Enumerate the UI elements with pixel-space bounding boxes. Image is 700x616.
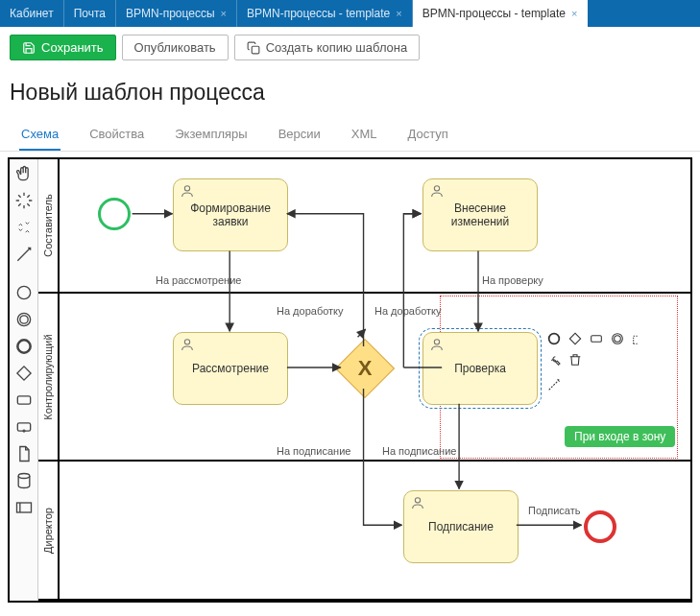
- task-check[interactable]: Проверка: [422, 332, 538, 405]
- palette-connect-tool[interactable]: [12, 242, 36, 267]
- toolbar: Сохранить Опубликовать Создать копию шаб…: [0, 27, 700, 68]
- user-task-icon: [180, 183, 195, 199]
- task-label: Проверка: [454, 362, 506, 375]
- lane-label: Контролирующий: [42, 334, 54, 419]
- svg-rect-5: [16, 367, 30, 380]
- pad-append-end-event[interactable]: [545, 330, 563, 347]
- pad-annotation[interactable]: [630, 330, 647, 347]
- zone-entry-badge[interactable]: При входе в зону: [565, 426, 675, 447]
- publish-label: Опубликовать: [134, 40, 216, 55]
- svg-point-4: [17, 340, 30, 352]
- svg-rect-6: [17, 396, 30, 404]
- tab-bpmn-template-1[interactable]: BPMN-процессы - template ×: [237, 0, 413, 27]
- context-pad: [545, 330, 656, 393]
- palette-hand-tool[interactable]: [12, 161, 36, 186]
- svg-point-1: [17, 286, 30, 298]
- svg-point-14: [549, 334, 560, 344]
- task-label: Внесение изменений: [431, 201, 529, 228]
- copy-icon: [247, 41, 260, 55]
- swimlane-pool: Составитель Контролирующий Директор Форм…: [38, 159, 690, 601]
- diagram-canvas[interactable]: Составитель Контролирующий Директор Форм…: [8, 157, 692, 603]
- pad-wrench-icon[interactable]: [545, 351, 563, 368]
- edge-label-to-sign-1: На подписание: [277, 445, 350, 457]
- tab-cabinet[interactable]: Кабинет: [0, 0, 64, 27]
- palette-gateway[interactable]: [12, 361, 36, 386]
- publish-button[interactable]: Опубликовать: [122, 35, 229, 60]
- tab-label: BPMN-процессы: [126, 7, 215, 20]
- edge-label-sign: Подписать: [528, 505, 580, 516]
- view-tab-access[interactable]: Доступ: [406, 121, 450, 151]
- pad-append-task[interactable]: [588, 330, 605, 347]
- pad-connect-icon[interactable]: [545, 376, 563, 393]
- palette-participant[interactable]: [12, 495, 36, 520]
- svg-point-3: [19, 316, 27, 323]
- view-tab-versions[interactable]: Версии: [277, 121, 323, 151]
- view-tab-schema[interactable]: Схема: [19, 121, 60, 151]
- start-event[interactable]: [98, 198, 131, 230]
- svg-rect-9: [16, 503, 31, 512]
- task-changes[interactable]: Внесение изменений: [422, 178, 538, 251]
- task-label: Формирование заявки: [181, 201, 279, 228]
- palette-data-object[interactable]: [12, 441, 36, 466]
- palette-end-event[interactable]: [12, 334, 36, 359]
- svg-rect-16: [591, 336, 602, 343]
- task-form-request[interactable]: Формирование заявки: [173, 178, 288, 251]
- svg-rect-0: [252, 46, 259, 54]
- view-tab-instances[interactable]: Экземпляры: [173, 121, 249, 151]
- view-tabs: Схема Свойства Экземпляры Версии XML Дос…: [0, 115, 700, 152]
- svg-point-11: [434, 186, 439, 191]
- save-button[interactable]: Сохранить: [10, 35, 116, 60]
- pad-delete-icon[interactable]: [567, 351, 584, 368]
- close-icon[interactable]: ×: [221, 8, 227, 19]
- save-icon: [22, 41, 36, 55]
- lane-header[interactable]: Составитель: [38, 159, 60, 292]
- view-tab-properties[interactable]: Свойства: [87, 121, 146, 151]
- user-task-icon: [410, 495, 425, 510]
- lane-header[interactable]: Контролирующий: [38, 294, 60, 460]
- pad-append-gateway[interactable]: [567, 330, 584, 347]
- edge-label-to-sign-2: На подписание: [382, 445, 456, 457]
- task-label: Рассмотрение: [192, 362, 269, 375]
- svg-point-18: [615, 336, 621, 343]
- lane-label: Директор: [42, 508, 54, 554]
- close-icon[interactable]: ×: [571, 8, 577, 19]
- palette-subprocess[interactable]: [12, 415, 36, 439]
- edge-label-to-rework-1: На доработку: [277, 305, 344, 317]
- tab-bpmn-template-2[interactable]: BPMN-процессы - template ×: [413, 0, 589, 27]
- svg-point-12: [184, 340, 189, 344]
- task-review[interactable]: Рассмотрение: [173, 332, 288, 405]
- tab-mail[interactable]: Почта: [64, 0, 116, 27]
- svg-point-8: [18, 474, 30, 479]
- svg-rect-15: [569, 333, 580, 344]
- svg-point-19: [415, 498, 420, 503]
- edge-label-to-rework-2: На доработку: [374, 305, 442, 317]
- tab-label: Кабинет: [10, 7, 54, 20]
- user-task-icon: [180, 337, 195, 352]
- end-event[interactable]: [584, 510, 616, 543]
- gateway-x-icon: X: [345, 348, 385, 389]
- palette-task[interactable]: [12, 388, 36, 413]
- copy-template-button[interactable]: Создать копию шаблона: [234, 35, 421, 60]
- close-icon[interactable]: ×: [396, 8, 401, 19]
- palette-lasso-tool[interactable]: [12, 188, 36, 213]
- palette-data-store[interactable]: [12, 468, 36, 493]
- user-task-icon: [429, 337, 445, 352]
- edge-label-to-check: На проверку: [482, 274, 543, 286]
- task-sign[interactable]: Подписание: [403, 490, 519, 563]
- view-tab-xml[interactable]: XML: [350, 121, 379, 151]
- pad-append-intermediate[interactable]: [609, 330, 626, 347]
- lane-author: Составитель: [38, 159, 690, 294]
- palette-start-event[interactable]: [12, 280, 36, 305]
- page-title: Новый шаблон процесса: [0, 68, 700, 115]
- palette: [10, 159, 38, 601]
- copy-label: Создать копию шаблона: [266, 40, 408, 55]
- edge-label-to-review: На рассмотрение: [156, 274, 241, 286]
- tab-label: Почта: [74, 7, 106, 20]
- palette-space-tool[interactable]: [12, 215, 36, 240]
- user-task-icon: [429, 183, 445, 199]
- tab-bpmn[interactable]: BPMN-процессы ×: [116, 0, 237, 27]
- tab-label: BPMN-процессы - template: [247, 7, 390, 20]
- task-label: Подписание: [428, 520, 494, 533]
- palette-intermediate-event[interactable]: [12, 307, 36, 332]
- lane-header[interactable]: Директор: [38, 462, 60, 599]
